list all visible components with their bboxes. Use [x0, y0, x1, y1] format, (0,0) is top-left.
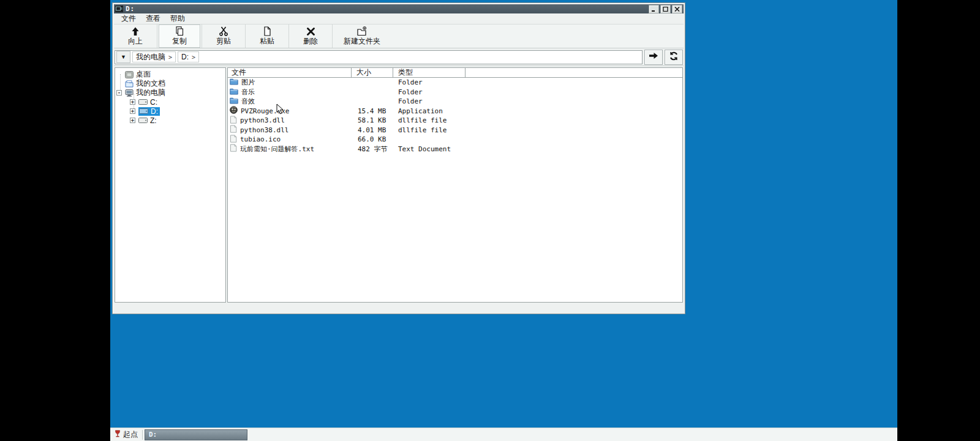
tree-item-my-documents[interactable]: 我的文档 — [116, 79, 225, 88]
tree-expand-toggle[interactable]: + — [130, 108, 135, 114]
taskbar-divider — [142, 430, 143, 440]
status-bar — [114, 304, 684, 312]
delete-button[interactable]: 删除 — [290, 25, 331, 47]
main-content: 桌面 我的文档 - 我的电脑 + C: + D: — [114, 66, 684, 304]
taskbar-window-button[interactable]: D: — [145, 429, 247, 440]
file-row[interactable]: 玩前需知·问题解答.txt 482 字节 Text Document — [228, 145, 682, 154]
file-row[interactable]: python3.dll 58.1 KB dllfile file — [228, 116, 682, 126]
refresh-icon — [669, 51, 679, 63]
tree-item-desktop[interactable]: 桌面 — [116, 70, 225, 79]
tree-expand-toggle[interactable]: + — [130, 118, 135, 123]
file-row[interactable]: 图片 Folder — [228, 78, 682, 88]
tree-expand-toggle[interactable]: + — [130, 99, 135, 105]
start-icon — [115, 430, 121, 440]
paste-icon — [262, 26, 272, 36]
file-row[interactable]: python38.dll 4.01 MB dllfile file — [228, 126, 682, 135]
drive-icon — [138, 99, 148, 105]
start-button[interactable]: 起点 — [113, 429, 141, 440]
column-header-name[interactable]: 文件 — [228, 68, 352, 77]
new-folder-button[interactable]: 新建文件夹 — [334, 25, 390, 47]
file-row[interactable]: tubiao.ico 66.0 KB — [228, 135, 682, 145]
delete-icon — [306, 26, 315, 36]
documents-icon — [125, 80, 134, 88]
tree-item-my-computer[interactable]: - 我的电脑 — [116, 88, 225, 97]
breadcrumb-d-drive[interactable]: D: > — [178, 51, 199, 62]
file-list-header: 文件 大小 类型 — [228, 68, 682, 78]
address-dropdown-button[interactable]: ▼ — [116, 51, 130, 63]
file-row[interactable]: 音效 Folder — [228, 97, 682, 107]
tree-item-drive-c[interactable]: + C: — [130, 97, 225, 107]
folder-icon — [230, 78, 238, 87]
file-row[interactable]: 音乐 Folder — [228, 88, 682, 97]
cut-icon — [219, 26, 228, 36]
tree-collapse-toggle[interactable]: - — [116, 90, 122, 96]
desktop-icon — [125, 71, 134, 78]
tree-item-drive-z[interactable]: + Z: — [130, 116, 225, 125]
right-arrow-icon — [649, 51, 658, 62]
tree-item-drive-d[interactable]: + D: — [130, 107, 225, 116]
copy-button[interactable]: 复制 — [159, 24, 200, 48]
maximize-button[interactable] — [660, 5, 671, 13]
file-icon — [230, 135, 237, 145]
chevron-down-icon: ▼ — [121, 54, 126, 60]
breadcrumb-my-computer[interactable]: 我的电脑 > — [132, 51, 176, 62]
paste-button[interactable]: 粘贴 — [247, 25, 287, 47]
file-manager-window: D: 文件 查看 帮助 向上 复制 剪贴 — [112, 2, 685, 314]
zombie-app-icon — [230, 106, 238, 116]
mouse-cursor-icon — [276, 104, 284, 118]
go-button[interactable] — [644, 50, 663, 65]
new-folder-icon — [356, 26, 368, 36]
minimize-button[interactable] — [649, 5, 659, 13]
address-field[interactable]: ▼ 我的电脑 > D: > — [115, 50, 643, 64]
file-icon — [230, 116, 237, 126]
menu-view[interactable]: 查看 — [141, 13, 165, 24]
file-list: 文件 大小 类型 图片 Folder 音乐 Folder 音效 Folder — [227, 67, 683, 303]
close-button[interactable] — [672, 5, 682, 13]
drive-icon — [138, 118, 148, 123]
folder-icon — [230, 88, 238, 97]
up-button[interactable]: 向上 — [115, 25, 156, 47]
menu-file[interactable]: 文件 — [116, 13, 141, 24]
file-row[interactable]: PVZRouge.exe 15.4 MB Application — [228, 107, 682, 116]
chevron-right-icon: > — [168, 54, 172, 61]
address-bar: ▼ 我的电脑 > D: > — [114, 48, 684, 66]
folder-icon — [230, 97, 238, 106]
window-titlebar[interactable]: D: — [114, 4, 684, 13]
drive-icon — [139, 108, 148, 114]
cut-button[interactable]: 剪贴 — [203, 25, 244, 47]
refresh-button[interactable] — [665, 50, 683, 65]
up-arrow-icon — [130, 26, 140, 36]
folder-tree: 桌面 我的文档 - 我的电脑 + C: + D: — [115, 67, 226, 303]
menu-help[interactable]: 帮助 — [165, 13, 190, 24]
column-header-type[interactable]: 类型 — [393, 68, 466, 77]
file-icon — [230, 144, 237, 154]
copy-icon — [175, 26, 184, 36]
file-icon — [230, 125, 237, 135]
chevron-right-icon: > — [192, 54, 195, 61]
menu-bar: 文件 查看 帮助 — [114, 13, 684, 24]
taskbar: 起点 D: — [110, 428, 897, 441]
column-header-size[interactable]: 大小 — [352, 68, 393, 77]
selected-highlight: D: — [138, 107, 160, 116]
toolbar: 向上 复制 剪贴 粘贴 删除 新建文件夹 — [114, 24, 684, 48]
app-icon — [115, 6, 123, 12]
window-title: D: — [126, 5, 135, 13]
computer-icon — [125, 89, 134, 97]
